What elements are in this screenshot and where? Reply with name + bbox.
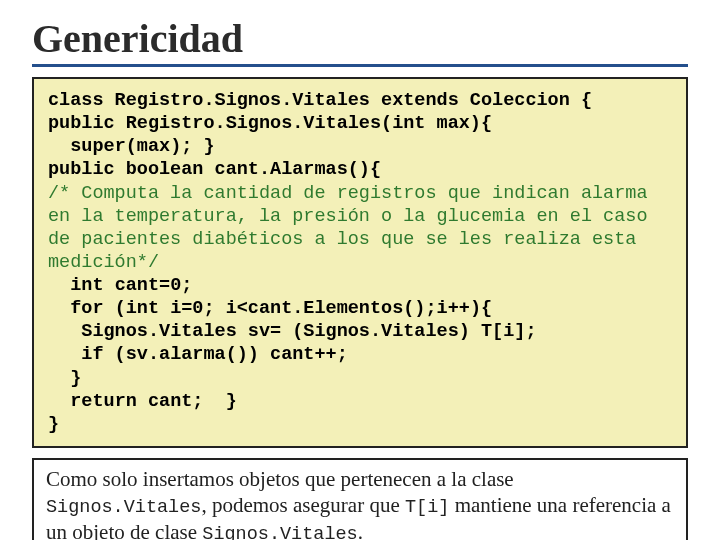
code-comment: /* Computa la cantidad de registros que … (48, 183, 659, 273)
code-line: int cant=0; (48, 275, 192, 296)
note-block: Como solo insertamos objetos que pertene… (32, 458, 688, 540)
code-line: super(max); } (48, 136, 215, 157)
code-line: public Registro.Signos.Vitales(int max){ (48, 113, 492, 134)
note-mono: Signos.Vitales (46, 497, 201, 518)
code-line: public boolean cant.Alarmas(){ (48, 159, 381, 180)
slide: Genericidad class Registro.Signos.Vitale… (0, 0, 720, 540)
note-text: . (358, 520, 363, 540)
note-text: , podemos asegurar que (201, 493, 405, 517)
note-mono: Signos.Vitales (202, 524, 357, 540)
slide-title: Genericidad (32, 18, 688, 67)
note-text: Como solo insertamos objetos que pertene… (46, 467, 514, 491)
code-line: return cant; } (48, 391, 237, 412)
code-line: Signos.Vitales sv= (Signos.Vitales) T[i]… (48, 321, 537, 342)
code-line: } (48, 368, 81, 389)
code-line: for (int i=0; i<cant.Elementos();i++){ (48, 298, 492, 319)
note-mono: T[i] (405, 497, 449, 518)
code-block: class Registro.Signos.Vitales extends Co… (32, 77, 688, 448)
code-line: class Registro.Signos.Vitales extends Co… (48, 90, 592, 111)
code-line: if (sv.alarma()) cant++; (48, 344, 348, 365)
code-line: } (48, 414, 59, 435)
